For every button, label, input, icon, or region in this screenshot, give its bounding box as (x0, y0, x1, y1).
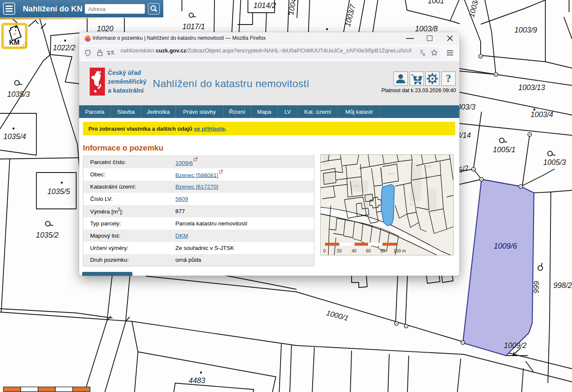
svg-text:60: 60 (366, 248, 371, 253)
svg-text:1003/8: 1003/8 (415, 25, 438, 33)
svg-text:1017/1: 1017/1 (182, 22, 205, 31)
svg-text:1020: 1020 (97, 25, 113, 33)
svg-text:1003/4: 1003/4 (531, 110, 553, 119)
svg-text:1005/1: 1005/1 (493, 145, 516, 154)
svg-text:1310: 1310 (353, 184, 360, 187)
svg-text:003/3: 003/3 (457, 103, 476, 111)
svg-text:1014/2: 1014/2 (253, 1, 276, 10)
svg-text:815: 815 (363, 203, 368, 206)
svg-text:40: 40 (352, 248, 357, 253)
svg-text:1001: 1001 (428, 0, 444, 5)
svg-text:44: 44 (410, 203, 413, 206)
svg-text:A: A (423, 52, 425, 56)
svg-text:20: 20 (337, 248, 342, 253)
svg-text:1003/13: 1003/13 (518, 83, 545, 92)
svg-text:998/2: 998/2 (553, 281, 572, 290)
svg-text:1035/5: 1035/5 (47, 187, 70, 196)
svg-text:443: 443 (338, 178, 343, 181)
svg-text:345: 345 (426, 165, 432, 168)
svg-text:1035/3: 1035/3 (7, 90, 30, 99)
svg-text:6177: 6177 (388, 173, 395, 175)
svg-text:1003/9: 1003/9 (514, 26, 537, 34)
svg-text:1035/2: 1035/2 (36, 231, 59, 239)
svg-text:999: 999 (532, 281, 541, 293)
svg-text:1035/4: 1035/4 (3, 132, 26, 141)
svg-text:0: 0 (323, 248, 326, 253)
svg-text:1005/3: 1005/3 (543, 158, 566, 167)
svg-text:1022/2: 1022/2 (53, 44, 76, 52)
svg-text:1009/6: 1009/6 (494, 242, 517, 250)
svg-text:80: 80 (380, 248, 385, 253)
svg-text:1009/2: 1009/2 (504, 341, 527, 350)
svg-text:100 m: 100 m (393, 248, 406, 253)
svg-text:4483: 4483 (189, 376, 205, 385)
